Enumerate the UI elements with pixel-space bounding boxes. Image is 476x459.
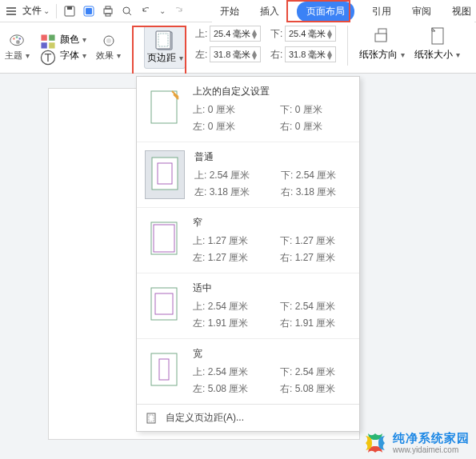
svg-rect-14 xyxy=(49,34,54,40)
option-right: 右: 0 厘米 xyxy=(280,120,351,134)
margin-left-label: 左: xyxy=(195,48,208,62)
page-thumb-icon xyxy=(149,154,181,193)
margins-button[interactable]: 页边距▾ xyxy=(144,26,186,69)
watermark-url: www.yidaimei.com xyxy=(393,445,470,454)
chevron-down-icon: ▾ xyxy=(82,35,86,44)
tab-view[interactable]: 视图 xyxy=(449,2,474,22)
margins-label: 页边距 xyxy=(147,51,176,65)
tab-insert[interactable]: 插入 xyxy=(257,2,282,22)
option-title: 适中 xyxy=(193,281,351,295)
watermark: 纯净系统家园 www.yidaimei.com xyxy=(364,432,470,454)
option-top: 上: 2.54 厘米 xyxy=(194,169,265,182)
option-right: 右: 1.91 厘米 xyxy=(280,317,351,330)
theme-label: 主题 xyxy=(5,50,22,62)
orientation-button[interactable]: 纸张方向▾ xyxy=(359,26,405,70)
margins-option-last-custom[interactable]: 上次的自定义设置 上: 0 厘米 下: 0 厘米 左: 0 厘米 右: 0 厘米 xyxy=(137,77,359,142)
tab-reference[interactable]: 引用 xyxy=(369,2,394,22)
separator xyxy=(347,26,348,66)
svg-text:T: T xyxy=(45,50,52,63)
menu-icon[interactable] xyxy=(5,5,18,18)
margins-option-wide[interactable]: 宽 上: 2.54 厘米 下: 2.54 厘米 左: 5.08 厘米 右: 5.… xyxy=(137,338,359,404)
option-right: 右: 1.27 厘米 xyxy=(280,251,351,265)
watermark-logo-icon xyxy=(364,432,386,454)
margins-option-normal[interactable]: 普通 上: 2.54 厘米 下: 2.54 厘米 左: 3.18 厘米 右: 3… xyxy=(137,142,359,207)
margin-right-label: 右: xyxy=(270,48,283,62)
margins-option-narrow[interactable]: 窄 上: 1.27 厘米 下: 1.27 厘米 左: 1.27 厘米 右: 1.… xyxy=(137,207,359,273)
margin-top-value: 25.4 毫米 xyxy=(214,28,250,40)
svg-point-9 xyxy=(13,38,15,40)
svg-rect-34 xyxy=(151,353,177,385)
chevron-down-icon: ▾ xyxy=(401,50,405,59)
paper-size-button[interactable]: 纸张大小▾ xyxy=(414,26,460,70)
paper-size-icon xyxy=(427,26,448,46)
margin-bottom-label: 下: xyxy=(270,27,283,41)
margins-dropdown-panel: 上次的自定义设置 上: 0 厘米 下: 0 厘米 左: 0 厘米 右: 0 厘米… xyxy=(136,76,360,432)
margin-right-value: 31.8 毫米 xyxy=(289,49,326,61)
font-icon: T xyxy=(39,49,57,63)
svg-rect-15 xyxy=(41,42,46,48)
svg-rect-5 xyxy=(106,6,110,9)
option-title: 普通 xyxy=(194,150,351,164)
page-custom-icon xyxy=(145,412,158,425)
custom-margins-label: 自定义页边距(A)... xyxy=(166,411,244,425)
chevron-down-icon: ⌄ xyxy=(43,6,50,15)
svg-rect-28 xyxy=(152,158,178,190)
save-icon[interactable] xyxy=(63,5,76,18)
color-dropdown[interactable]: 颜色 ▾ xyxy=(39,33,86,47)
page-thumb-icon xyxy=(148,350,180,389)
theme-icon xyxy=(9,34,26,48)
margins-option-moderate[interactable]: 适中 上: 2.54 厘米 下: 2.54 厘米 左: 1.91 厘米 右: 1… xyxy=(137,273,359,338)
margin-bottom-spinner[interactable]: 下: 25.4 毫米▴▾ xyxy=(270,26,336,42)
svg-rect-12 xyxy=(17,41,19,43)
undo-history-chevron[interactable]: ⌄ xyxy=(159,6,166,15)
tab-review[interactable]: 审阅 xyxy=(409,2,434,22)
effect-group[interactable]: 效果▾ xyxy=(96,26,121,70)
option-top: 上: 1.27 厘米 xyxy=(193,234,264,248)
svg-point-20 xyxy=(106,38,111,43)
chevron-down-icon: ▾ xyxy=(117,51,121,60)
watermark-cn: 纯净系统家园 xyxy=(393,432,470,445)
option-top: 上: 2.54 厘米 xyxy=(193,365,264,379)
chevron-down-icon: ▾ xyxy=(82,51,86,60)
margins-custom-item[interactable]: 自定义页边距(A)... xyxy=(137,404,359,431)
margin-left-spinner[interactable]: 左: 31.8 毫米▴▾ xyxy=(195,46,261,62)
margin-left-value: 31.8 毫米 xyxy=(214,49,250,61)
svg-rect-30 xyxy=(151,222,177,254)
print-icon[interactable] xyxy=(102,5,114,18)
tab-page-layout[interactable]: 页面布局 xyxy=(297,2,354,22)
page-thumb-icon xyxy=(148,88,180,126)
option-right: 右: 3.18 厘米 xyxy=(281,186,351,199)
font-dropdown[interactable]: T 字体 ▾ xyxy=(39,49,86,63)
undo-icon[interactable] xyxy=(82,5,95,18)
svg-point-10 xyxy=(15,36,18,38)
svg-rect-4 xyxy=(104,9,112,14)
undo-arrow-icon[interactable] xyxy=(140,5,153,18)
file-menu[interactable]: 文件 ⌄ xyxy=(22,4,50,18)
color-icon xyxy=(39,33,57,47)
font-label: 字体 xyxy=(60,49,79,62)
margin-bottom-value: 25.4 毫米 xyxy=(289,28,326,40)
effect-label: 效果 xyxy=(96,50,114,62)
option-top: 上: 0 厘米 xyxy=(193,103,264,117)
file-menu-label: 文件 xyxy=(22,4,42,18)
separator xyxy=(132,26,133,66)
svg-rect-3 xyxy=(86,8,92,14)
theme-group[interactable]: 主题 ▾ xyxy=(5,26,30,70)
svg-rect-25 xyxy=(375,34,386,42)
option-left: 左: 0 厘米 xyxy=(193,120,264,134)
preview-icon[interactable] xyxy=(121,5,134,18)
option-title: 窄 xyxy=(193,216,351,230)
margin-top-spinner[interactable]: 上: 25.4 毫米▴▾ xyxy=(195,26,261,42)
margin-top-label: 上: xyxy=(195,27,208,41)
option-bottom: 下: 2.54 厘米 xyxy=(280,300,351,313)
tab-start[interactable]: 开始 xyxy=(217,2,242,22)
chevron-down-icon: ▾ xyxy=(179,54,183,62)
page-thumb-icon xyxy=(148,285,180,323)
margin-right-spinner[interactable]: 右: 31.8 毫米▴▾ xyxy=(270,46,336,62)
svg-rect-1 xyxy=(67,6,72,10)
svg-point-11 xyxy=(18,38,21,40)
chevron-down-icon: ▾ xyxy=(456,50,460,59)
svg-rect-27 xyxy=(151,91,177,123)
option-title: 宽 xyxy=(193,347,351,361)
redo-arrow-icon[interactable] xyxy=(172,5,185,18)
